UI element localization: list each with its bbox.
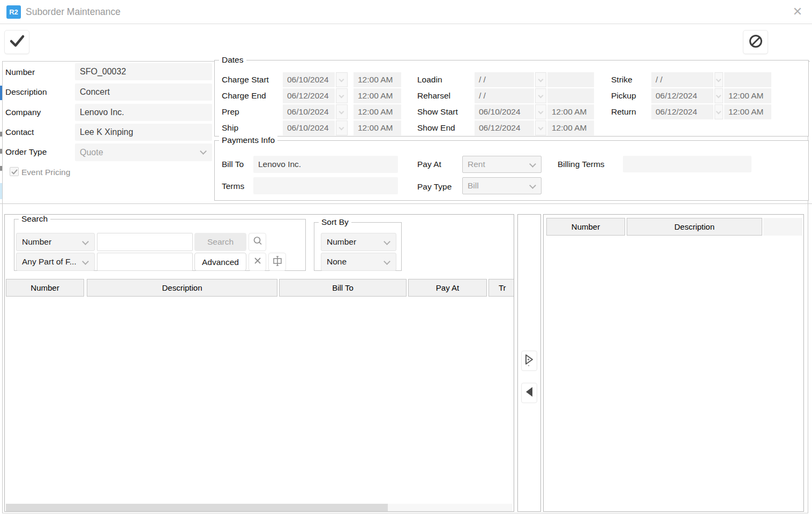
charge-end-time-input[interactable]: 12:00 AM xyxy=(354,88,401,103)
pickup-date-input[interactable]: 06/12/2024 xyxy=(651,88,713,103)
order-type-select[interactable]: Quote xyxy=(75,143,212,161)
ship-date-dropdown[interactable] xyxy=(336,120,348,135)
advanced-search-input[interactable] xyxy=(97,253,193,271)
sort-by-group: Sort By Number None xyxy=(314,222,402,271)
bill-to-field[interactable]: Lenovo Inc. xyxy=(253,156,398,173)
order-type-label: Order Type xyxy=(5,147,47,157)
reharsel-label: Reharsel xyxy=(417,91,450,101)
prep-date-input[interactable]: 06/10/2024 xyxy=(283,104,335,119)
reharsel-date-input[interactable]: / / xyxy=(475,88,534,103)
results-col-description[interactable]: Description xyxy=(87,279,277,297)
return-date-input[interactable]: 06/12/2024 xyxy=(651,104,713,119)
search-field-select[interactable]: Number xyxy=(16,233,95,251)
ship-date-input[interactable]: 06/10/2024 xyxy=(283,120,335,135)
order-company-field[interactable]: Lenovo Inc. xyxy=(75,104,212,121)
results-hscrollbar[interactable] xyxy=(6,504,513,512)
results-col-truncated[interactable]: Tr xyxy=(488,279,514,297)
reharsel-time-input[interactable] xyxy=(547,88,594,103)
payments-info-legend: Payments Info xyxy=(219,135,277,145)
selected-table-body[interactable] xyxy=(546,236,802,509)
loadin-date-dropdown[interactable] xyxy=(535,72,546,87)
search-input[interactable] xyxy=(97,233,193,251)
strike-date-dropdown[interactable] xyxy=(715,72,723,87)
move-right-button[interactable] xyxy=(521,351,537,371)
prep-time-input[interactable]: 12:00 AM xyxy=(354,104,401,119)
check-icon xyxy=(9,34,25,50)
show-end-time-input[interactable]: 12:00 AM xyxy=(547,120,594,135)
results-col-bill-to[interactable]: Bill To xyxy=(279,279,407,297)
charge-start-date-dropdown[interactable] xyxy=(336,72,348,87)
order-description-field[interactable]: Concert xyxy=(75,84,212,101)
terms-field[interactable] xyxy=(253,177,398,194)
show-start-time-input[interactable]: 12:00 AM xyxy=(547,104,594,119)
results-table-body[interactable] xyxy=(6,297,513,503)
show-end-date-input[interactable]: 06/12/2024 xyxy=(475,120,534,135)
show-end-date-dropdown[interactable] xyxy=(535,120,546,135)
charge-end-date-input[interactable]: 06/12/2024 xyxy=(283,88,335,103)
event-pricing-checkbox[interactable] xyxy=(10,167,19,176)
order-number-label: Number xyxy=(5,67,35,77)
selected-col-number[interactable]: Number xyxy=(546,218,625,236)
pay-type-select[interactable]: Bill xyxy=(462,177,542,194)
show-start-date-dropdown[interactable] xyxy=(535,104,546,119)
charge-start-date-input[interactable]: 06/10/2024 xyxy=(283,72,335,87)
order-type-value: Quote xyxy=(80,148,103,157)
pay-at-label: Pay At xyxy=(417,160,441,169)
search-field-value: Number xyxy=(22,237,51,246)
confirm-button[interactable] xyxy=(4,30,29,54)
return-date-dropdown[interactable] xyxy=(715,104,723,119)
pickup-date-dropdown[interactable] xyxy=(715,88,723,103)
show-end-label: Show End xyxy=(417,123,455,133)
loadin-time-input[interactable] xyxy=(547,72,594,87)
chevron-down-icon xyxy=(339,109,344,115)
bill-to-label: Bill To xyxy=(222,160,244,169)
strike-time-input[interactable] xyxy=(724,72,771,87)
billing-terms-field[interactable] xyxy=(623,156,751,172)
charge-start-time-input[interactable]: 12:00 AM xyxy=(354,72,401,87)
charge-end-date-dropdown[interactable] xyxy=(336,88,348,103)
order-number-field[interactable]: SFO_00032 xyxy=(75,63,212,80)
suborder-maintenance-window: R2 Suborder Maintenance ✕ Number SFO_000… xyxy=(0,0,812,515)
show-start-date-input[interactable]: 06/10/2024 xyxy=(475,104,534,119)
selected-col-description[interactable]: Description xyxy=(627,218,762,236)
strike-date-input[interactable]: / / xyxy=(651,72,713,87)
chevron-down-icon xyxy=(716,93,721,99)
sort-secondary-select[interactable]: None xyxy=(321,253,396,271)
return-time-input[interactable]: 12:00 AM xyxy=(724,104,771,119)
order-company-label: Company xyxy=(5,108,41,117)
pickup-time-input[interactable]: 12:00 AM xyxy=(724,88,771,103)
results-col-number[interactable]: Number xyxy=(6,279,84,297)
chevron-down-icon xyxy=(529,161,536,168)
cancel-button[interactable] xyxy=(743,30,768,54)
move-left-button[interactable] xyxy=(521,383,537,403)
prep-date-dropdown[interactable] xyxy=(336,104,348,119)
sort-primary-value: Number xyxy=(327,237,356,246)
ship-time-input[interactable]: 12:00 AM xyxy=(354,120,401,135)
chevron-down-icon xyxy=(82,258,89,265)
pay-at-select[interactable]: Rent xyxy=(462,156,542,173)
results-hscrollbar-thumb[interactable] xyxy=(6,504,388,512)
close-icon[interactable]: ✕ xyxy=(791,5,805,19)
transfer-strip xyxy=(517,214,541,512)
prep-label: Prep xyxy=(222,107,239,117)
pay-type-label: Pay Type xyxy=(417,182,452,192)
sort-primary-select[interactable]: Number xyxy=(321,233,396,251)
results-col-pay-at[interactable]: Pay At xyxy=(408,279,487,297)
chevron-down-icon xyxy=(538,93,544,99)
magnifier-button[interactable] xyxy=(249,233,266,251)
order-contact-label: Contact xyxy=(5,127,34,137)
search-match-select[interactable]: Any Part of F... xyxy=(16,253,95,271)
field-chooser-button[interactable] xyxy=(268,253,286,271)
loadin-date-input[interactable]: / / xyxy=(475,72,534,87)
order-contact-field[interactable]: Lee K Xinping xyxy=(75,124,212,141)
order-description-label: Description xyxy=(5,87,47,97)
clear-search-button[interactable] xyxy=(249,253,266,271)
search-button[interactable]: Search xyxy=(194,233,246,251)
reharsel-date-dropdown[interactable] xyxy=(535,88,546,103)
chevron-down-icon xyxy=(339,77,344,82)
chevron-down-icon xyxy=(384,238,390,245)
advanced-button[interactable]: Advanced xyxy=(194,253,246,271)
results-panel: Search Number Search Any Part of F... Ad… xyxy=(4,214,514,512)
return-label: Return xyxy=(611,107,636,117)
strike-label: Strike xyxy=(611,75,633,85)
